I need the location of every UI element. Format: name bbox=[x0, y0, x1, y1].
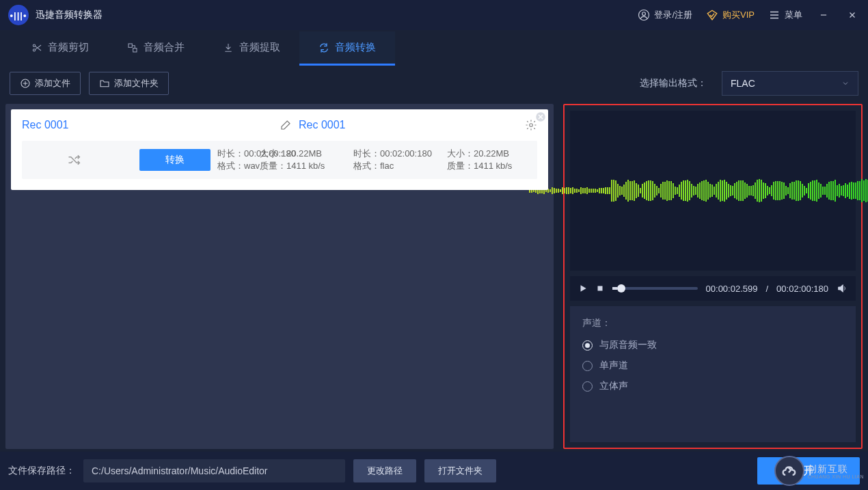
svg-point-1 bbox=[642, 12, 646, 16]
add-file-label: 添加文件 bbox=[35, 77, 70, 90]
radio-stereo[interactable]: 立体声 bbox=[582, 380, 843, 392]
start-label: 开 bbox=[803, 464, 814, 478]
time-sep: / bbox=[765, 284, 768, 294]
radio-label: 与原音频一致 bbox=[599, 339, 657, 351]
file-card: Rec 0001 Rec 0001 时长：00:02:00:180 大小：20.… bbox=[11, 109, 548, 190]
gear-icon[interactable] bbox=[525, 119, 537, 131]
convert-button[interactable]: 转换 bbox=[139, 149, 211, 171]
plus-circle-icon bbox=[20, 78, 31, 89]
dst-size: 大小：20.22MB bbox=[447, 148, 529, 160]
app-logo: •|||• bbox=[8, 5, 29, 25]
save-path-label: 文件保存路径： bbox=[8, 465, 75, 477]
extract-icon bbox=[223, 42, 234, 53]
add-folder-button[interactable]: 添加文件夹 bbox=[89, 72, 169, 95]
menu-button[interactable]: 菜单 bbox=[768, 9, 802, 21]
output-format-value: FLAC bbox=[731, 78, 755, 89]
tab-audio-extract[interactable]: 音频提取 bbox=[204, 31, 299, 66]
change-path-button[interactable]: 更改路径 bbox=[353, 459, 416, 482]
seek-slider[interactable] bbox=[612, 287, 698, 290]
open-folder-label: 打开文件夹 bbox=[438, 465, 483, 477]
login-label: 登录/注册 bbox=[654, 9, 692, 21]
time-total: 00:02:00:180 bbox=[776, 284, 828, 294]
dst-duration: 时长：00:02:00:180 bbox=[353, 148, 440, 160]
open-folder-button[interactable]: 打开文件夹 bbox=[424, 459, 496, 482]
dst-format: 格式：flac bbox=[353, 160, 440, 172]
source-filename: Rec 0001 bbox=[22, 119, 69, 131]
menu-icon bbox=[768, 9, 781, 21]
chevron-down-icon bbox=[841, 79, 850, 87]
save-path-input[interactable] bbox=[83, 459, 345, 482]
tab-label: 音频剪切 bbox=[48, 41, 89, 54]
radio-same-as-source[interactable]: 与原音频一致 bbox=[582, 339, 843, 351]
output-format-select[interactable]: FLAC bbox=[722, 71, 858, 96]
output-format-label: 选择输出格式： bbox=[640, 77, 707, 90]
menu-label: 菜单 bbox=[785, 9, 802, 21]
time-current: 00:00:02.599 bbox=[706, 284, 758, 294]
edit-icon[interactable] bbox=[280, 119, 292, 131]
tab-label: 音频提取 bbox=[239, 41, 280, 54]
waveform-display bbox=[570, 111, 856, 271]
login-link[interactable]: 登录/注册 bbox=[638, 9, 692, 21]
target-filename: Rec 0001 bbox=[299, 119, 346, 131]
dst-quality: 质量：1411 kb/s bbox=[447, 160, 529, 172]
tab-label: 音频合并 bbox=[144, 41, 185, 54]
convert-label: 转换 bbox=[165, 154, 185, 166]
tab-audio-convert[interactable]: 音频转换 bbox=[299, 31, 395, 66]
src-size: 大小：20.22MB bbox=[260, 148, 347, 160]
close-button[interactable] bbox=[845, 8, 860, 23]
scissors-icon bbox=[31, 42, 42, 53]
channel-title: 声道： bbox=[582, 317, 843, 329]
src-quality: 质量：1411 kb/s bbox=[260, 160, 347, 172]
tab-audio-cut[interactable]: 音频剪切 bbox=[12, 31, 108, 66]
shuffle-icon[interactable] bbox=[67, 153, 81, 167]
file-list: Rec 0001 Rec 0001 时长：00:02:00:180 大小：20.… bbox=[5, 104, 554, 449]
tab-audio-merge[interactable]: 音频合并 bbox=[108, 31, 204, 66]
convert-icon bbox=[318, 42, 329, 53]
folder-icon bbox=[99, 78, 110, 89]
add-folder-label: 添加文件夹 bbox=[114, 77, 159, 90]
src-format: 格式：wav bbox=[217, 160, 253, 172]
tab-label: 音频转换 bbox=[335, 41, 376, 54]
change-path-label: 更改路径 bbox=[367, 465, 403, 477]
radio-label: 单声道 bbox=[599, 359, 628, 372]
minimize-button[interactable] bbox=[816, 8, 831, 23]
svg-point-8 bbox=[530, 124, 533, 127]
radio-label: 立体声 bbox=[599, 380, 628, 392]
src-duration: 时长：00:02:00:180 bbox=[217, 148, 253, 160]
svg-rect-9 bbox=[598, 286, 603, 291]
merge-icon bbox=[127, 42, 138, 53]
vip-icon bbox=[706, 9, 718, 21]
user-icon bbox=[638, 9, 650, 21]
volume-icon[interactable] bbox=[837, 283, 847, 294]
svg-rect-4 bbox=[128, 44, 132, 47]
vip-label: 购买VIP bbox=[722, 9, 755, 21]
vip-link[interactable]: 购买VIP bbox=[706, 9, 755, 21]
start-button[interactable]: 开 bbox=[757, 457, 860, 485]
app-title: 迅捷音频转换器 bbox=[36, 9, 103, 21]
play-button[interactable] bbox=[578, 284, 588, 293]
add-file-button[interactable]: 添加文件 bbox=[10, 72, 81, 95]
svg-rect-5 bbox=[133, 48, 137, 51]
radio-mono[interactable]: 单声道 bbox=[582, 359, 843, 372]
stop-button[interactable] bbox=[596, 284, 604, 292]
